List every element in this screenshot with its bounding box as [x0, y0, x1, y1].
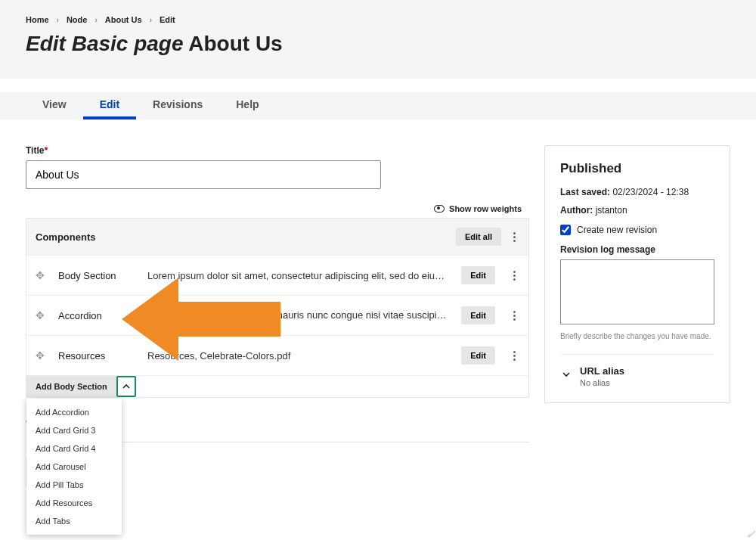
edit-button[interactable]: Edit: [461, 266, 495, 284]
revision-log-label: Revision log message: [560, 244, 714, 255]
add-section-dropdown-toggle[interactable]: [116, 376, 136, 397]
tab-revisions[interactable]: Revisions: [136, 92, 219, 119]
tab-view[interactable]: View: [26, 92, 83, 119]
url-alias-title[interactable]: URL alias: [580, 365, 624, 377]
component-preview: Lorem ipsum dolor sit amet, consectetur …: [147, 270, 448, 281]
component-preview: Resources, Celebrate-Colors.pdf: [147, 350, 448, 362]
edit-button[interactable]: Edit: [461, 346, 495, 365]
resize-grip-icon[interactable]: [744, 528, 753, 537]
author: Author: jstanton: [560, 205, 714, 216]
add-resources-option[interactable]: Add Resources: [26, 494, 122, 512]
chevron-right-icon: ›: [150, 16, 152, 24]
add-component-dropdown: Add Accordion Add Card Grid 3 Add Card G…: [26, 399, 122, 535]
edit-all-button[interactable]: Edit all: [456, 228, 501, 246]
drag-handle-icon[interactable]: ✥: [36, 349, 45, 362]
title-label: Title*: [26, 145, 529, 156]
breadcrumb-about-us[interactable]: About Us: [105, 15, 142, 24]
add-carousel-option[interactable]: Add Carousel: [26, 458, 122, 476]
add-card-grid-3-option[interactable]: Add Card Grid 3: [26, 421, 122, 439]
component-name: Body Section: [58, 270, 134, 281]
breadcrumb-node[interactable]: Node: [67, 15, 88, 24]
component-preview: 2 Who We Are, Consequat mauris nunc cong…: [147, 309, 448, 321]
last-saved: Last saved: 02/23/2024 - 12:38: [560, 187, 714, 197]
add-pill-tabs-option[interactable]: Add Pill Tabs: [26, 476, 122, 494]
edit-button[interactable]: Edit: [461, 306, 495, 324]
create-revision-input[interactable]: [560, 225, 571, 235]
title-input[interactable]: [26, 160, 381, 189]
more-menu-button[interactable]: [509, 267, 519, 284]
page-title: Edit Basic page About Us: [26, 32, 730, 56]
breadcrumb: Home › Node › About Us › Edit: [26, 0, 730, 24]
tab-help[interactable]: Help: [219, 92, 275, 119]
tab-edit[interactable]: Edit: [83, 92, 136, 119]
published-status: Published: [560, 161, 714, 176]
show-row-weights-toggle[interactable]: Show row weights: [26, 204, 522, 213]
revision-log-textarea[interactable]: [560, 259, 714, 324]
url-alias-subtitle: No alias: [580, 378, 624, 387]
components-heading: Components: [36, 231, 95, 243]
add-body-section-button[interactable]: Add Body Section: [26, 376, 116, 397]
sidebar: Published Last saved: 02/23/2024 - 12:38…: [544, 145, 730, 403]
breadcrumb-home[interactable]: Home: [26, 15, 49, 24]
chevron-right-icon: ›: [94, 16, 97, 24]
revision-hint: Briefly describe the changes you have ma…: [560, 332, 714, 340]
add-tabs-option[interactable]: Add Tabs: [26, 512, 122, 530]
create-revision-checkbox[interactable]: Create new revision: [560, 225, 714, 235]
tabs-bar: View Edit Revisions Help: [26, 92, 756, 119]
more-menu-button[interactable]: [509, 307, 519, 324]
drag-handle-icon[interactable]: ✥: [36, 309, 45, 321]
count-badge: 2: [147, 311, 158, 321]
add-accordion-option[interactable]: Add Accordion: [26, 403, 122, 421]
components-section: Components Edit all ✥ Body Section Lorem…: [26, 218, 529, 398]
eye-icon: [434, 205, 445, 213]
chevron-up-icon: [122, 382, 131, 391]
component-name: Resources: [58, 350, 134, 362]
chevron-right-icon: ›: [57, 16, 59, 24]
more-menu-button[interactable]: [509, 347, 519, 364]
chevron-down-icon[interactable]: [560, 368, 572, 380]
more-menu-button[interactable]: [509, 228, 519, 245]
breadcrumb-edit[interactable]: Edit: [160, 15, 175, 24]
drag-handle-icon[interactable]: ✥: [36, 269, 45, 281]
component-name: Accordion: [58, 310, 134, 321]
add-card-grid-4-option[interactable]: Add Card Grid 4: [26, 439, 122, 458]
